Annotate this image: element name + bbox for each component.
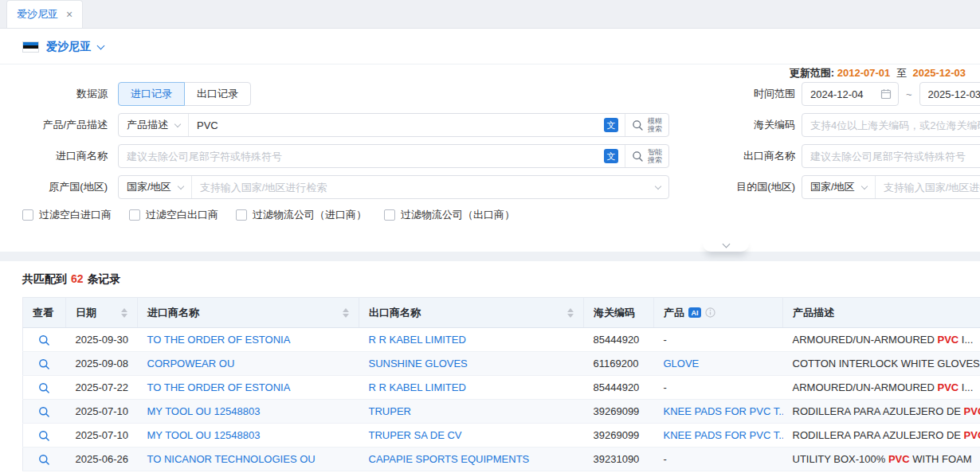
checkbox-label: 过滤物流公司（出口商） <box>401 208 515 222</box>
exporter-cell: R R KABEL LIMITED <box>359 376 584 400</box>
description-cell: ARMOURED/UN-ARMOURED PVC I... <box>783 376 980 400</box>
exporter-search-input[interactable] <box>802 144 980 168</box>
import-records-button[interactable]: 进口记录 <box>118 82 185 106</box>
product-link[interactable]: KNEE PADS FOR PVC T... <box>664 405 783 417</box>
checkbox-label: 过滤物流公司（进口商） <box>253 208 367 222</box>
exporter-link[interactable]: R R KABEL LIMITED <box>369 381 466 393</box>
view-record-button[interactable] <box>38 454 50 466</box>
hs-code-cell: 39231090 <box>584 448 654 471</box>
table-header-row: 查看 日期 进口商名称 出口商名称 海关编码 产品 AI 产品描述 <box>23 298 980 328</box>
column-header-hs-code: 海关编码 <box>594 306 644 320</box>
importer-link[interactable]: TO NICANOR TECHNOLOGIES OU <box>147 453 316 465</box>
product-cell: - <box>654 376 783 400</box>
exporter-cell: CAPAPIE SPORTS EQUIPMENTS <box>359 448 584 471</box>
search-icon <box>632 119 644 131</box>
description-cell: RODILLERA PARA AZULEJERO DE PVC <box>783 400 980 424</box>
origin-country-input[interactable] <box>192 176 656 198</box>
product-label: 产品/产品描述 <box>22 118 108 132</box>
importer-link[interactable]: TO THE ORDER OF ESTONIA <box>147 334 291 346</box>
translate-icon[interactable]: 文 <box>604 149 618 163</box>
fuzzy-search-button[interactable]: 模糊搜索 <box>625 114 668 136</box>
view-record-button[interactable] <box>38 406 50 418</box>
importer-link[interactable]: CORPOWEAR OU <box>147 358 235 369</box>
date-from-input[interactable] <box>802 83 880 105</box>
importer-link[interactable]: MY TOOL OU 12548803 <box>147 405 261 417</box>
importer-link[interactable]: MY TOOL OU 12548803 <box>147 429 261 441</box>
column-header-view: 查看 <box>33 306 56 320</box>
filter-blank-exporter[interactable]: 过滤空白出口商 <box>129 208 218 222</box>
table-row: 2025-07-22 TO THE ORDER OF ESTONIA R R K… <box>23 376 980 400</box>
filter-row-origin: 原产国(地区) 国家/地区 目的国(地区) 国家/地区 <box>22 175 980 199</box>
results-panel: 共匹配到62条记录 查看 日期 进口商名称 出口商名称 海关编码 产品 AI <box>0 261 980 471</box>
date-cell: 2025-09-30 <box>66 328 138 352</box>
importer-cell: TO THE ORDER OF ESTONIA <box>138 376 359 400</box>
product-link[interactable]: GLOVE <box>664 358 700 369</box>
checkbox-icon[interactable] <box>384 209 395 221</box>
hs-code-cell: 85444920 <box>584 376 654 400</box>
results-summary: 共匹配到62条记录 <box>22 272 980 287</box>
checkbox-icon[interactable] <box>22 209 33 221</box>
filter-logistics-exporter[interactable]: 过滤物流公司（出口商） <box>384 208 515 222</box>
column-header-date[interactable]: 日期 <box>76 306 127 320</box>
description-cell: UTILITY BOX-100% PVC WITH FOAM <box>783 448 980 471</box>
summary-prefix: 共匹配到 <box>22 272 67 285</box>
hs-code-cell: 39269099 <box>584 424 654 448</box>
chevron-down-icon <box>722 240 730 248</box>
filter-logistics-importer[interactable]: 过滤物流公司（进口商） <box>236 208 367 222</box>
filter-blank-importer[interactable]: 过滤空白进口商 <box>22 208 112 222</box>
tab-estonia[interactable]: 爱沙尼亚 × <box>6 0 83 28</box>
importer-cell: TO THE ORDER OF ESTONIA <box>138 328 359 352</box>
importer-search-input[interactable] <box>119 145 604 167</box>
product-search-input[interactable] <box>189 114 604 136</box>
results-count: 62 <box>71 272 84 285</box>
filter-checkboxes: 过滤空白进口商 过滤空白出口商 过滤物流公司（进口商） 过滤物流公司（出口商） <box>22 209 980 221</box>
importer-link[interactable]: TO THE ORDER OF ESTONIA <box>147 381 291 393</box>
exporter-link[interactable]: R R KABEL LIMITED <box>369 334 466 346</box>
hs-code-cell: 39269099 <box>584 400 654 424</box>
checkbox-icon[interactable] <box>129 209 140 221</box>
hs-code-cell: 61169200 <box>584 352 654 376</box>
view-cell <box>23 424 66 448</box>
date-to-input[interactable] <box>919 82 980 106</box>
importer-label: 进口商名称 <box>22 149 108 163</box>
export-records-button[interactable]: 出口记录 <box>184 82 251 106</box>
view-cell <box>23 376 66 400</box>
checkbox-icon[interactable] <box>236 209 247 221</box>
data-source-toggle: 进口记录 出口记录 <box>118 82 251 106</box>
collapse-panel-button[interactable] <box>703 240 749 252</box>
tab-label: 爱沙尼亚 <box>17 7 58 22</box>
calendar-icon[interactable] <box>880 83 898 105</box>
exporter-link[interactable]: TRUPER <box>369 405 411 417</box>
destination-country-input[interactable] <box>876 176 980 198</box>
filter-row-datasource: 数据源 进口记录 出口记录 时间范围 ~ <box>22 82 980 106</box>
smart-search-button[interactable]: 智能搜索 <box>625 145 668 167</box>
column-header-importer[interactable]: 进口商名称 <box>147 306 349 320</box>
chevron-down-icon <box>174 120 181 127</box>
exporter-link[interactable]: SUNSHINE GLOVES <box>369 358 468 369</box>
country-selector[interactable]: 爱沙尼亚 <box>0 29 980 64</box>
hs-code-input[interactable] <box>802 113 980 137</box>
view-record-button[interactable] <box>38 358 50 370</box>
destination-type-select[interactable]: 国家/地区 <box>802 176 876 198</box>
section-separator <box>0 252 980 261</box>
time-range-label: 时间范围 <box>669 87 795 101</box>
info-icon[interactable] <box>705 307 715 318</box>
filter-row-product: 产品/产品描述 产品描述 文 模糊搜索 海 <box>22 113 980 137</box>
view-record-button[interactable] <box>38 430 50 442</box>
view-record-button[interactable] <box>38 382 50 394</box>
column-header-exporter[interactable]: 出口商名称 <box>369 306 574 320</box>
translate-icon[interactable]: 文 <box>604 118 618 132</box>
close-icon[interactable]: × <box>66 9 73 20</box>
sort-icon <box>121 308 127 318</box>
view-record-button[interactable] <box>38 334 50 346</box>
results-table-body: 2025-09-30 TO THE ORDER OF ESTONIA R R K… <box>23 328 980 471</box>
exporter-cell: SUNSHINE GLOVES <box>359 352 584 376</box>
tab-bar: 爱沙尼亚 × <box>0 0 980 29</box>
origin-type-select[interactable]: 国家/地区 <box>119 176 192 198</box>
exporter-link[interactable]: CAPAPIE SPORTS EQUIPMENTS <box>369 453 530 465</box>
exporter-link[interactable]: TRUPER SA DE CV <box>369 429 462 441</box>
magnifier-icon <box>38 334 50 346</box>
product-type-select[interactable]: 产品描述 <box>119 114 189 136</box>
chevron-down-icon <box>655 182 661 189</box>
product-link[interactable]: KNEE PADS FOR PVC T... <box>664 429 783 441</box>
